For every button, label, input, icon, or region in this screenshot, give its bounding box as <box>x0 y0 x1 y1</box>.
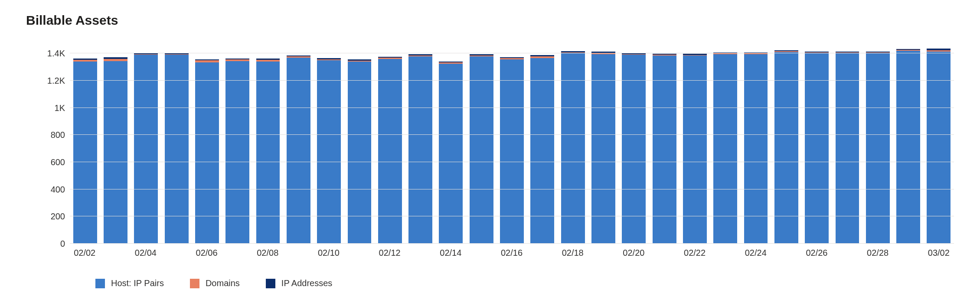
bar-slot <box>558 40 588 244</box>
bar-segment-host_ip_pairs <box>653 55 676 244</box>
bar-slot <box>222 40 253 244</box>
y-tick-label: 200 <box>51 212 65 222</box>
bar-slot <box>100 40 131 244</box>
y-tick-label: 600 <box>51 157 65 167</box>
bar-slot <box>527 40 558 244</box>
x-tick-label: 03/02 <box>924 244 954 258</box>
bar-slot <box>924 40 954 244</box>
bar-stack[interactable] <box>165 53 189 244</box>
bar-stack[interactable] <box>470 54 493 244</box>
bar-stack[interactable] <box>896 49 920 244</box>
bar-segment-host_ip_pairs <box>134 55 158 244</box>
x-tick-label <box>771 244 801 258</box>
bar-slot <box>314 40 344 244</box>
bar-slot <box>344 40 375 244</box>
x-tick-label: 02/10 <box>314 244 344 258</box>
bar-slot <box>497 40 527 244</box>
y-axis: 02004006008001K1.2K1.4K <box>26 40 69 244</box>
chart-plot-area: 02004006008001K1.2K1.4K <box>26 40 954 244</box>
bar-segment-host_ip_pairs <box>866 53 890 244</box>
grid-line <box>70 134 954 135</box>
bar-segment-host_ip_pairs <box>561 53 585 244</box>
bar-slot <box>405 40 435 244</box>
bar-segment-host_ip_pairs <box>774 52 798 244</box>
x-tick-label <box>527 244 557 258</box>
bar-stack[interactable] <box>774 50 798 244</box>
bar-stack[interactable] <box>378 57 402 244</box>
bar-slot <box>862 40 893 244</box>
chart-title: Billable Assets <box>26 13 954 28</box>
bar-stack[interactable] <box>134 53 158 244</box>
legend: Host: IP PairsDomainsIP Addresses <box>95 278 954 288</box>
x-axis: 02/0202/0402/0602/0802/1002/1202/1402/16… <box>69 244 954 261</box>
x-tick-label: 02/18 <box>558 244 588 258</box>
bar-slot <box>436 40 466 244</box>
x-tick-label: 02/06 <box>191 244 222 258</box>
bar-stack[interactable] <box>683 54 707 244</box>
legend-label: Domains <box>206 278 240 288</box>
bar-segment-host_ip_pairs <box>439 64 463 244</box>
x-tick-label: 02/24 <box>741 244 771 258</box>
bar-stack[interactable] <box>287 55 310 244</box>
bar-segment-host_ip_pairs <box>683 55 707 244</box>
bar-slot <box>283 40 314 244</box>
bar-segment-host_ip_pairs <box>836 53 859 244</box>
bar-stack[interactable] <box>408 54 432 244</box>
bar-slot <box>710 40 741 244</box>
y-tick-label: 1.2K <box>47 76 65 86</box>
bar-stack[interactable] <box>713 52 737 244</box>
grid-line <box>70 80 954 81</box>
bar-stack[interactable] <box>622 53 646 244</box>
y-tick-label: 0 <box>60 239 65 249</box>
bar-stack[interactable] <box>653 54 676 244</box>
x-tick-label: 02/02 <box>69 244 100 258</box>
x-tick-label: 02/26 <box>801 244 832 258</box>
x-tick-label: 02/12 <box>374 244 405 258</box>
grid-line <box>70 53 954 53</box>
x-tick-label <box>466 244 496 258</box>
legend-label: Host: IP Pairs <box>111 278 164 288</box>
y-tick-label: 1K <box>55 103 65 113</box>
legend-item-ip_addresses[interactable]: IP Addresses <box>266 278 332 288</box>
x-tick-label: 02/14 <box>435 244 466 258</box>
bars-layer <box>70 40 954 244</box>
bar-stack[interactable] <box>927 49 951 244</box>
legend-item-domains[interactable]: Domains <box>190 278 240 288</box>
grid-line <box>70 162 954 162</box>
bar-slot <box>619 40 649 244</box>
x-tick-label: 02/22 <box>679 244 710 258</box>
legend-label: IP Addresses <box>281 278 332 288</box>
x-tick-label <box>893 244 923 258</box>
legend-swatch-icon <box>95 279 105 288</box>
bar-slot <box>802 40 832 244</box>
bar-slot <box>253 40 283 244</box>
x-tick-label <box>344 244 374 258</box>
bar-slot <box>741 40 771 244</box>
bar-slot <box>771 40 801 244</box>
bar-segment-host_ip_pairs <box>622 55 646 244</box>
bar-segment-host_ip_pairs <box>896 51 920 244</box>
x-tick-label <box>222 244 252 258</box>
grid-line <box>70 216 954 216</box>
legend-swatch-icon <box>266 279 275 288</box>
grid-line <box>70 108 954 108</box>
bar-segment-host_ip_pairs <box>591 54 615 244</box>
plot-region <box>69 40 954 244</box>
bar-slot <box>679 40 710 244</box>
x-tick-label: 02/28 <box>862 244 893 258</box>
y-tick-label: 400 <box>51 184 65 194</box>
x-tick-label: 02/16 <box>497 244 527 258</box>
bar-slot <box>131 40 161 244</box>
bar-stack[interactable] <box>530 55 554 244</box>
x-tick-label <box>283 244 313 258</box>
bar-slot <box>70 40 100 244</box>
x-tick-label <box>832 244 862 258</box>
legend-item-host_ip_pairs[interactable]: Host: IP Pairs <box>95 278 164 288</box>
chart-container: Billable Assets 02004006008001K1.2K1.4K … <box>0 0 980 300</box>
x-tick-label <box>649 244 679 258</box>
x-tick-label: 02/04 <box>131 244 161 258</box>
bar-slot <box>588 40 618 244</box>
y-tick-label: 800 <box>51 130 65 140</box>
bar-slot <box>832 40 862 244</box>
bar-stack[interactable] <box>744 52 768 244</box>
